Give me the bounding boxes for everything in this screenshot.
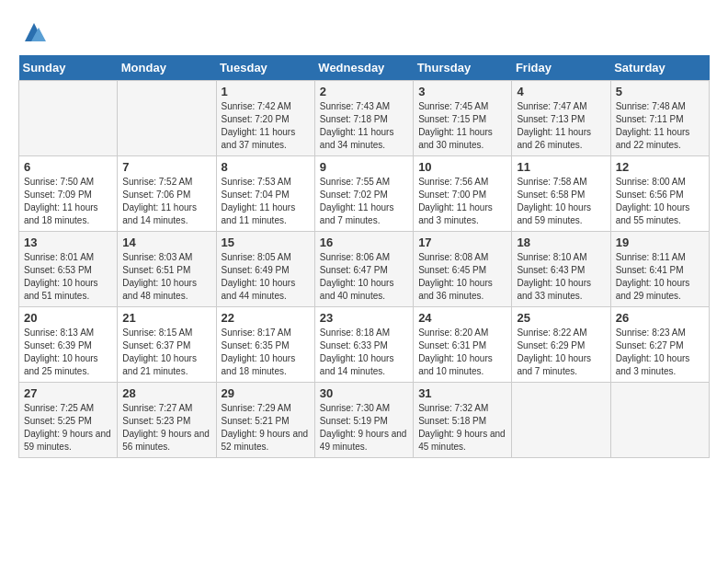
day-number: 3 (418, 85, 506, 98)
day-number: 9 (320, 160, 408, 174)
day-number: 6 (24, 160, 112, 174)
calendar-cell: 26Sunrise: 8:23 AM Sunset: 6:27 PM Dayli… (610, 307, 709, 383)
day-info: Sunrise: 8:22 AM Sunset: 6:29 PM Dayligh… (517, 327, 605, 378)
day-info: Sunrise: 7:43 AM Sunset: 7:18 PM Dayligh… (320, 100, 408, 152)
day-number: 8 (222, 160, 310, 174)
day-info: Sunrise: 8:01 AM Sunset: 6:53 PM Dayligh… (24, 251, 112, 303)
weekday-header-sunday: Sunday (19, 55, 118, 81)
day-number: 24 (418, 311, 506, 325)
day-number: 29 (222, 386, 310, 400)
weekday-header-row: SundayMondayTuesdayWednesdayThursdayFrid… (19, 55, 710, 81)
calendar-cell: 21Sunrise: 8:15 AM Sunset: 6:37 PM Dayli… (118, 307, 216, 383)
calendar-week-row: 6Sunrise: 7:50 AM Sunset: 7:09 PM Daylig… (19, 156, 710, 232)
calendar-cell: 28Sunrise: 7:27 AM Sunset: 5:23 PM Dayli… (118, 383, 216, 458)
weekday-header-thursday: Thursday (414, 55, 512, 81)
day-info: Sunrise: 7:32 AM Sunset: 5:18 PM Dayligh… (418, 402, 506, 454)
day-info: Sunrise: 7:42 AM Sunset: 7:20 PM Dayligh… (222, 100, 310, 152)
day-number: 11 (517, 160, 605, 174)
day-info: Sunrise: 7:45 AM Sunset: 7:15 PM Dayligh… (418, 100, 506, 152)
calendar-cell: 7Sunrise: 7:52 AM Sunset: 7:06 PM Daylig… (118, 156, 216, 232)
calendar-cell: 9Sunrise: 7:55 AM Sunset: 7:02 PM Daylig… (314, 156, 413, 232)
logo (18, 18, 48, 46)
calendar-cell: 17Sunrise: 8:08 AM Sunset: 6:45 PM Dayli… (414, 232, 512, 307)
day-number: 25 (517, 311, 605, 325)
calendar-cell: 2Sunrise: 7:43 AM Sunset: 7:18 PM Daylig… (314, 81, 413, 156)
day-info: Sunrise: 7:47 AM Sunset: 7:13 PM Dayligh… (517, 100, 605, 152)
day-info: Sunrise: 7:55 AM Sunset: 7:02 PM Dayligh… (320, 176, 408, 227)
day-info: Sunrise: 7:50 AM Sunset: 7:09 PM Dayligh… (24, 176, 112, 227)
calendar-cell: 20Sunrise: 8:13 AM Sunset: 6:39 PM Dayli… (19, 307, 118, 383)
day-number: 13 (24, 236, 112, 249)
day-number: 17 (418, 236, 506, 249)
calendar-cell (610, 383, 709, 458)
day-number: 5 (616, 85, 704, 98)
day-number: 4 (517, 85, 605, 98)
calendar-cell (118, 81, 216, 156)
day-number: 10 (418, 160, 506, 174)
calendar-week-row: 20Sunrise: 8:13 AM Sunset: 6:39 PM Dayli… (19, 307, 710, 383)
day-number: 15 (222, 236, 310, 249)
calendar-cell: 12Sunrise: 8:00 AM Sunset: 6:56 PM Dayli… (610, 156, 709, 232)
day-number: 28 (122, 386, 210, 400)
calendar-cell: 15Sunrise: 8:05 AM Sunset: 6:49 PM Dayli… (216, 232, 314, 307)
calendar-cell: 27Sunrise: 7:25 AM Sunset: 5:25 PM Dayli… (19, 383, 118, 458)
calendar-week-row: 1Sunrise: 7:42 AM Sunset: 7:20 PM Daylig… (19, 81, 710, 156)
day-number: 23 (320, 311, 408, 325)
day-info: Sunrise: 8:23 AM Sunset: 6:27 PM Dayligh… (616, 327, 704, 378)
day-number: 2 (320, 85, 408, 98)
day-number: 26 (616, 311, 704, 325)
calendar-cell: 19Sunrise: 8:11 AM Sunset: 6:41 PM Dayli… (610, 232, 709, 307)
weekday-header-saturday: Saturday (610, 55, 709, 81)
weekday-header-wednesday: Wednesday (314, 55, 413, 81)
calendar-cell: 6Sunrise: 7:50 AM Sunset: 7:09 PM Daylig… (19, 156, 118, 232)
calendar-cell: 14Sunrise: 8:03 AM Sunset: 6:51 PM Dayli… (118, 232, 216, 307)
day-number: 22 (222, 311, 310, 325)
day-info: Sunrise: 7:52 AM Sunset: 7:06 PM Dayligh… (122, 176, 210, 227)
day-info: Sunrise: 8:06 AM Sunset: 6:47 PM Dayligh… (320, 251, 408, 303)
day-info: Sunrise: 7:56 AM Sunset: 7:00 PM Dayligh… (418, 176, 506, 227)
calendar-week-row: 13Sunrise: 8:01 AM Sunset: 6:53 PM Dayli… (19, 232, 710, 307)
calendar-cell: 4Sunrise: 7:47 AM Sunset: 7:13 PM Daylig… (512, 81, 610, 156)
day-info: Sunrise: 7:53 AM Sunset: 7:04 PM Dayligh… (222, 176, 310, 227)
day-number: 18 (517, 236, 605, 249)
day-info: Sunrise: 7:48 AM Sunset: 7:11 PM Dayligh… (616, 100, 704, 152)
calendar-table: SundayMondayTuesdayWednesdayThursdayFrid… (18, 55, 710, 458)
calendar-cell: 25Sunrise: 8:22 AM Sunset: 6:29 PM Dayli… (512, 307, 610, 383)
day-number: 21 (122, 311, 210, 325)
day-number: 27 (24, 386, 112, 400)
day-number: 20 (24, 311, 112, 325)
calendar-cell: 1Sunrise: 7:42 AM Sunset: 7:20 PM Daylig… (216, 81, 314, 156)
day-number: 31 (418, 386, 506, 400)
day-info: Sunrise: 8:10 AM Sunset: 6:43 PM Dayligh… (517, 251, 605, 303)
calendar-cell: 5Sunrise: 7:48 AM Sunset: 7:11 PM Daylig… (610, 81, 709, 156)
calendar-cell: 31Sunrise: 7:32 AM Sunset: 5:18 PM Dayli… (414, 383, 512, 458)
day-number: 1 (222, 85, 310, 98)
day-info: Sunrise: 8:20 AM Sunset: 6:31 PM Dayligh… (418, 327, 506, 378)
day-info: Sunrise: 7:27 AM Sunset: 5:23 PM Dayligh… (122, 402, 210, 454)
day-info: Sunrise: 8:00 AM Sunset: 6:56 PM Dayligh… (616, 176, 704, 227)
weekday-header-monday: Monday (118, 55, 216, 81)
day-number: 30 (320, 386, 408, 400)
calendar-cell: 13Sunrise: 8:01 AM Sunset: 6:53 PM Dayli… (19, 232, 118, 307)
day-info: Sunrise: 7:58 AM Sunset: 6:58 PM Dayligh… (517, 176, 605, 227)
day-number: 16 (320, 236, 408, 249)
calendar-cell: 24Sunrise: 8:20 AM Sunset: 6:31 PM Dayli… (414, 307, 512, 383)
weekday-header-tuesday: Tuesday (216, 55, 314, 81)
day-info: Sunrise: 7:25 AM Sunset: 5:25 PM Dayligh… (24, 402, 112, 454)
calendar-cell: 8Sunrise: 7:53 AM Sunset: 7:04 PM Daylig… (216, 156, 314, 232)
calendar-week-row: 27Sunrise: 7:25 AM Sunset: 5:25 PM Dayli… (19, 383, 710, 458)
day-number: 14 (122, 236, 210, 249)
day-info: Sunrise: 7:29 AM Sunset: 5:21 PM Dayligh… (222, 402, 310, 454)
calendar-cell: 30Sunrise: 7:30 AM Sunset: 5:19 PM Dayli… (314, 383, 413, 458)
day-number: 7 (122, 160, 210, 174)
calendar-cell: 16Sunrise: 8:06 AM Sunset: 6:47 PM Dayli… (314, 232, 413, 307)
day-info: Sunrise: 8:13 AM Sunset: 6:39 PM Dayligh… (24, 327, 112, 378)
calendar-cell: 3Sunrise: 7:45 AM Sunset: 7:15 PM Daylig… (414, 81, 512, 156)
day-info: Sunrise: 7:30 AM Sunset: 5:19 PM Dayligh… (320, 402, 408, 454)
calendar-cell: 29Sunrise: 7:29 AM Sunset: 5:21 PM Dayli… (216, 383, 314, 458)
calendar-cell (512, 383, 610, 458)
day-number: 12 (616, 160, 704, 174)
day-info: Sunrise: 8:08 AM Sunset: 6:45 PM Dayligh… (418, 251, 506, 303)
logo-icon (20, 18, 48, 46)
calendar-cell: 11Sunrise: 7:58 AM Sunset: 6:58 PM Dayli… (512, 156, 610, 232)
